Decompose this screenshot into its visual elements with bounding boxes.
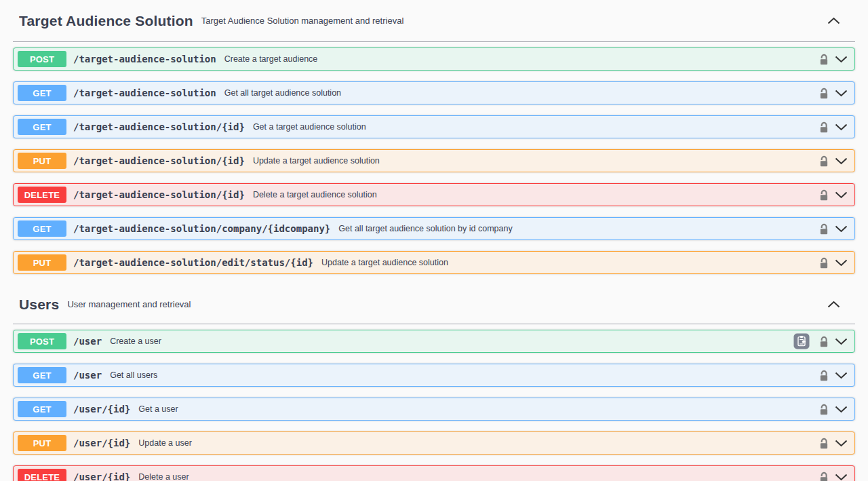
authorize-lock-button[interactable]: [819, 121, 829, 133]
expand-operation-button[interactable]: [835, 90, 848, 97]
chevron-down-icon: [835, 157, 848, 165]
endpoint-path: /user: [73, 370, 102, 381]
authorize-lock-button[interactable]: [819, 223, 829, 235]
http-method-badge: GET: [18, 85, 66, 101]
authorize-lock-button[interactable]: [819, 155, 829, 167]
operation-row[interactable]: GET /target-audience-solution/company/{i…: [13, 217, 855, 240]
unlocked-padlock-icon: [819, 189, 829, 201]
http-method-badge: GET: [18, 401, 66, 417]
operation-row[interactable]: GET /target-audience-solution Get all ta…: [13, 81, 855, 104]
unlocked-padlock-icon: [819, 121, 829, 133]
http-method-badge: GET: [18, 367, 66, 383]
http-method-badge: DELETE: [18, 469, 66, 481]
expand-operation-button[interactable]: [835, 123, 848, 131]
authorize-lock-button[interactable]: [819, 471, 829, 481]
clipboard-copy-button[interactable]: [793, 333, 810, 349]
chevron-down-icon: [835, 191, 848, 199]
authorize-lock-button[interactable]: [819, 369, 829, 381]
chevron-down-icon: [835, 338, 848, 345]
section-description: User management and retrieval: [67, 299, 191, 309]
chevron-down-icon: [835, 440, 848, 447]
expand-operation-button[interactable]: [835, 191, 848, 199]
expand-operation-button[interactable]: [835, 372, 848, 379]
endpoint-summary: Get a user: [138, 404, 178, 414]
authorize-lock-button[interactable]: [819, 87, 829, 99]
unlocked-padlock-icon: [819, 403, 829, 415]
tag-section-header-target-audience-solution[interactable]: Target Audience Solution Target Audience…: [13, 0, 855, 42]
unlocked-padlock-icon: [819, 335, 829, 347]
endpoint-summary: Delete a user: [138, 472, 189, 481]
endpoint-path: /target-audience-solution/{id}: [73, 189, 245, 200]
tag-section-header-users[interactable]: Users User management and retrieval: [13, 285, 855, 324]
chevron-down-icon: [835, 406, 848, 413]
expand-operation-button[interactable]: [835, 440, 848, 447]
unlocked-padlock-icon: [819, 87, 829, 99]
chevron-down-icon: [835, 474, 848, 481]
endpoint-summary: Update a target audience solution: [253, 156, 380, 166]
http-method-badge: DELETE: [18, 187, 66, 203]
endpoint-path: /target-audience-solution/{id}: [73, 121, 245, 132]
operation-row[interactable]: PUT /target-audience-solution/{id} Updat…: [13, 149, 855, 172]
collapse-section-button[interactable]: [827, 17, 840, 24]
http-method-badge: POST: [18, 333, 66, 349]
endpoint-path: /user: [73, 336, 102, 347]
section-title: Users: [19, 296, 59, 313]
endpoint-summary: Get a target audience solution: [253, 122, 366, 132]
endpoint-summary: Get all users: [110, 370, 157, 380]
operation-row[interactable]: GET /user/{id} Get a user: [13, 398, 855, 421]
expand-operation-button[interactable]: [835, 474, 848, 481]
endpoint-summary: Create a target audience: [224, 54, 318, 64]
operation-row[interactable]: POST /user Create a user: [13, 330, 855, 353]
chevron-down-icon: [835, 56, 848, 63]
authorize-lock-button[interactable]: [819, 189, 829, 201]
operation-row[interactable]: PUT /target-audience-solution/edit/statu…: [13, 251, 855, 274]
endpoint-path: /target-audience-solution/edit/status/{i…: [73, 257, 313, 268]
collapse-section-button[interactable]: [827, 301, 840, 308]
authorize-lock-button[interactable]: [819, 437, 829, 449]
endpoint-path: /target-audience-solution: [73, 88, 216, 98]
api-docs-panel: Target Audience Solution Target Audience…: [0, 0, 868, 481]
operation-row[interactable]: GET /target-audience-solution/{id} Get a…: [13, 115, 855, 138]
http-method-badge: PUT: [18, 435, 66, 451]
expand-operation-button[interactable]: [835, 338, 848, 345]
chevron-up-icon: [827, 17, 840, 24]
authorize-lock-button[interactable]: [819, 256, 829, 269]
authorize-lock-button[interactable]: [819, 335, 829, 347]
authorize-lock-button[interactable]: [819, 403, 829, 415]
endpoint-summary: Get all target audience solution: [224, 88, 341, 98]
http-method-badge: POST: [18, 51, 66, 67]
clipboard-copy-icon: [793, 333, 810, 349]
operation-row[interactable]: PUT /user/{id} Update a user: [13, 431, 855, 455]
section-description: Target Audience Solution management and …: [201, 16, 403, 26]
http-method-badge: PUT: [18, 254, 66, 271]
unlocked-padlock-icon: [819, 369, 829, 381]
endpoint-path: /target-audience-solution/company/{idcom…: [73, 223, 330, 234]
operation-row[interactable]: DELETE /target-audience-solution/{id} De…: [13, 183, 855, 206]
unlocked-padlock-icon: [819, 256, 829, 269]
unlocked-padlock-icon: [819, 155, 829, 167]
operation-row[interactable]: POST /target-audience-solution Create a …: [13, 47, 855, 71]
endpoint-path: /user/{id}: [73, 472, 130, 481]
chevron-up-icon: [827, 301, 840, 308]
endpoint-summary: Update a user: [138, 438, 192, 448]
expand-operation-button[interactable]: [835, 406, 848, 413]
unlocked-padlock-icon: [819, 471, 829, 481]
operation-row[interactable]: DELETE /user/{id} Delete a user: [13, 465, 855, 481]
authorize-lock-button[interactable]: [819, 53, 829, 65]
operations-list-users: POST /user Create a user GE: [13, 324, 855, 481]
endpoint-path: /user/{id}: [73, 404, 130, 415]
expand-operation-button[interactable]: [835, 259, 848, 267]
endpoint-path: /target-audience-solution/{id}: [73, 155, 245, 166]
operations-list-target-audience-solution: POST /target-audience-solution Create a …: [13, 42, 855, 274]
expand-operation-button[interactable]: [835, 56, 848, 63]
endpoint-summary: Update a target audience solution: [321, 258, 448, 267]
endpoint-path: /user/{id}: [73, 438, 130, 448]
http-method-badge: PUT: [18, 153, 66, 169]
chevron-down-icon: [835, 372, 848, 379]
expand-operation-button[interactable]: [835, 157, 848, 165]
operation-row[interactable]: GET /user Get all users: [13, 364, 855, 387]
expand-operation-button[interactable]: [835, 225, 848, 233]
unlocked-padlock-icon: [819, 53, 829, 65]
chevron-down-icon: [835, 90, 848, 97]
endpoint-summary: Create a user: [110, 336, 161, 346]
